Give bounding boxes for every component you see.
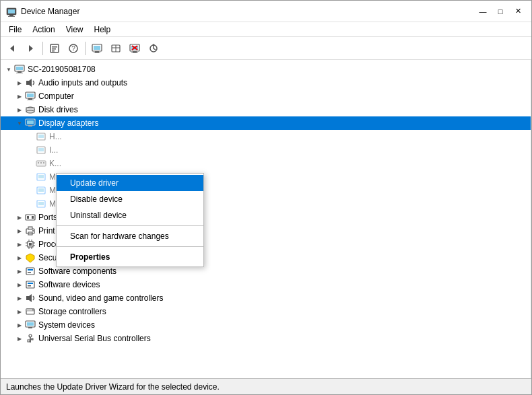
close-button[interactable]: ✕ xyxy=(510,4,526,19)
menu-action[interactable]: Action xyxy=(27,24,60,36)
view-toolbar-button[interactable] xyxy=(107,40,125,57)
minimize-button[interactable]: — xyxy=(475,4,491,19)
svg-rect-60 xyxy=(28,227,32,229)
svg-point-62 xyxy=(32,230,34,231)
print-icon xyxy=(25,225,36,236)
forward-button[interactable] xyxy=(22,40,40,57)
proc-icon xyxy=(25,239,36,250)
tree-item-k[interactable]: K... xyxy=(1,157,531,170)
maximize-button[interactable]: □ xyxy=(492,4,508,19)
ctx-uninstall-device[interactable]: Uninstall device xyxy=(57,207,203,223)
svg-rect-51 xyxy=(38,175,44,178)
svg-rect-74 xyxy=(28,269,33,271)
svg-rect-1 xyxy=(8,9,15,13)
computer-toolbar-button[interactable] xyxy=(88,40,106,57)
context-menu: Update driver Disable device Uninstall d… xyxy=(56,173,204,267)
status-bar: Launches the Update Driver Wizard for th… xyxy=(1,378,531,394)
ctx-properties[interactable]: Properties xyxy=(57,249,203,265)
scan-toolbar-button[interactable] xyxy=(145,40,162,57)
computer-label: Computer xyxy=(38,92,74,101)
display-expand-icon[interactable]: ▼ xyxy=(14,118,25,129)
i-label: I... xyxy=(49,145,58,155)
svg-rect-48 xyxy=(40,162,42,164)
system-icon xyxy=(25,320,36,330)
svg-rect-13 xyxy=(94,46,100,50)
print-expand-icon[interactable]: ▶ xyxy=(14,225,25,236)
h-expand-icon xyxy=(25,131,36,142)
tree-item-system[interactable]: ▶ System devices xyxy=(1,318,531,332)
svg-point-86 xyxy=(29,334,32,337)
ctx-scan-hardware[interactable]: Scan for hardware changes xyxy=(57,228,203,244)
computer-expand-icon[interactable]: ▶ xyxy=(14,91,25,102)
svg-rect-7 xyxy=(52,46,57,48)
window-icon xyxy=(6,6,17,17)
tree-item-storage[interactable]: ▶ Storage controllers xyxy=(1,305,531,318)
disk-label: Disk drives xyxy=(38,105,78,114)
svg-rect-73 xyxy=(26,268,34,275)
svg-rect-30 xyxy=(16,73,23,73)
svg-rect-34 xyxy=(28,98,32,100)
svg-rect-58 xyxy=(32,216,34,219)
svg-rect-41 xyxy=(28,125,32,127)
svg-rect-23 xyxy=(133,51,137,52)
swdev-expand-icon[interactable]: ▶ xyxy=(14,279,25,290)
toolbar-separator-1 xyxy=(42,42,43,55)
uninstall-toolbar-button[interactable] xyxy=(126,40,143,57)
audio-label: Audio inputs and outputs xyxy=(38,78,127,87)
svg-rect-47 xyxy=(38,162,39,164)
menubar: File Action View Help xyxy=(1,22,531,37)
display-icon xyxy=(25,118,36,129)
sound-expand-icon[interactable]: ▶ xyxy=(14,293,25,303)
tree-item-disk[interactable]: ▶ Disk drives xyxy=(1,103,531,116)
usb-expand-icon[interactable]: ▶ xyxy=(14,333,25,344)
menu-file[interactable]: File xyxy=(3,24,27,36)
usb-icon xyxy=(25,333,36,344)
i-icon xyxy=(36,145,46,155)
tree-item-computer[interactable]: ▶ Computer xyxy=(1,89,531,103)
tree-item-sound[interactable]: ▶ Sound, video and game controllers xyxy=(1,291,531,305)
disk-expand-icon[interactable]: ▶ xyxy=(14,104,25,115)
ports-expand-icon[interactable]: ▶ xyxy=(14,212,25,223)
svg-rect-8 xyxy=(52,48,56,50)
svg-rect-9 xyxy=(52,50,55,52)
k-label: K... xyxy=(49,159,61,168)
swcomp-expand-icon[interactable]: ▶ xyxy=(14,266,25,277)
ctx-disable-device[interactable]: Disable device xyxy=(57,191,203,207)
root-expand-icon[interactable]: ▼ xyxy=(3,64,14,75)
sound-icon xyxy=(25,293,36,303)
properties-toolbar-button[interactable] xyxy=(46,40,63,57)
system-expand-icon[interactable]: ▶ xyxy=(14,320,25,330)
svg-rect-53 xyxy=(38,188,44,192)
svg-rect-28 xyxy=(16,67,23,70)
tree-item-usb[interactable]: ▶ Universal Serial Bus controllers xyxy=(1,332,531,345)
tree-item-display[interactable]: ▼ Display adapters xyxy=(1,116,531,130)
back-button[interactable] xyxy=(3,40,21,57)
tree-item-i[interactable]: I... xyxy=(1,143,531,157)
help-toolbar-button[interactable]: ? xyxy=(65,40,82,57)
root-computer-icon xyxy=(14,64,25,75)
svg-rect-45 xyxy=(38,148,44,151)
m1-expand-icon xyxy=(25,172,36,182)
m2-icon xyxy=(36,185,46,196)
tree-root[interactable]: ▼ SC-201905081708 xyxy=(1,63,531,76)
security-expand-icon[interactable]: ▶ xyxy=(14,252,25,263)
svg-rect-55 xyxy=(38,202,44,205)
svg-text:?: ? xyxy=(71,45,75,52)
swdev-icon xyxy=(25,279,36,290)
storage-icon xyxy=(25,306,36,317)
audio-expand-icon[interactable]: ▶ xyxy=(14,77,25,88)
tree-item-audio[interactable]: ▶ Audio inputs and outputs xyxy=(1,76,531,89)
title-bar: Device Manager — □ ✕ xyxy=(1,1,531,22)
svg-rect-35 xyxy=(27,100,34,100)
tree-item-h[interactable]: H... xyxy=(1,130,531,143)
tree-item-swdevices[interactable]: ▶ Software devices xyxy=(1,278,531,291)
storage-expand-icon[interactable]: ▶ xyxy=(14,306,25,317)
menu-view[interactable]: View xyxy=(61,24,89,36)
computer-icon xyxy=(25,91,36,102)
menu-help[interactable]: Help xyxy=(89,24,117,36)
svg-rect-77 xyxy=(28,283,33,284)
svg-rect-64 xyxy=(29,243,32,246)
ctx-update-driver[interactable]: Update driver xyxy=(57,175,203,191)
svg-marker-5 xyxy=(29,45,33,52)
proc-expand-icon[interactable]: ▶ xyxy=(14,239,25,250)
